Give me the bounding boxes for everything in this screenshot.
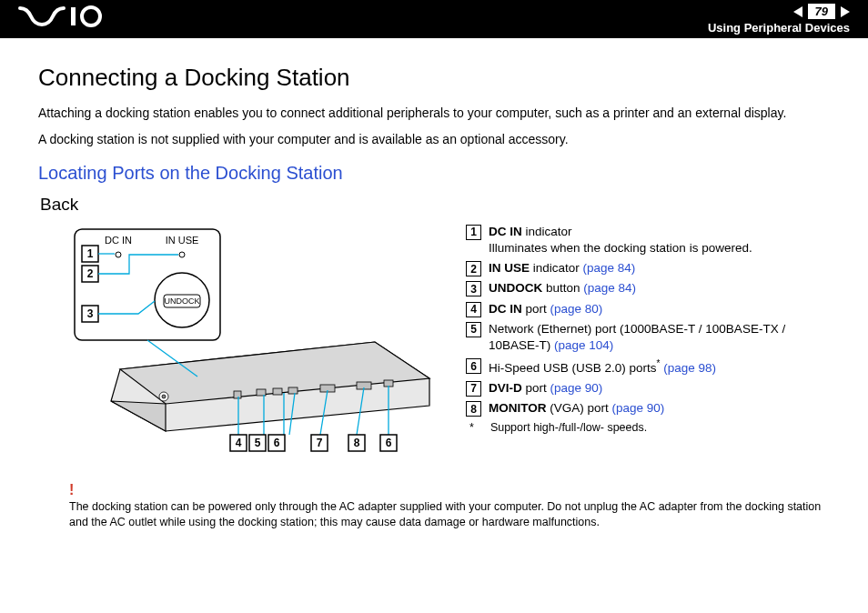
page-content: Connecting a Docking Station Attaching a…: [0, 38, 868, 539]
page-nav: 79: [793, 4, 850, 19]
svg-rect-25: [384, 380, 393, 387]
prev-page-arrow[interactable]: [793, 6, 802, 17]
svg-rect-20: [257, 389, 266, 396]
svg-rect-22: [288, 387, 298, 394]
page-link[interactable]: (page 104): [554, 338, 613, 352]
legend-item-4: 4 DC IN port (page 80): [466, 301, 832, 317]
svg-marker-16: [111, 401, 166, 431]
page-title: Connecting a Docking Station: [38, 64, 832, 92]
svg-point-1: [82, 7, 100, 25]
legend-item-8: 8 MONITOR (VGA) port (page 90): [466, 400, 832, 417]
svg-text:7: 7: [317, 437, 323, 449]
intro-paragraph-1: Attaching a docking station enables you …: [38, 105, 832, 122]
page-number: 79: [808, 4, 835, 19]
svg-text:6: 6: [274, 437, 280, 449]
page-link[interactable]: (page 80): [550, 302, 603, 316]
legend-item-1: 1 DC IN indicator Illuminates when the d…: [466, 224, 832, 256]
svg-rect-21: [273, 388, 282, 395]
page-link[interactable]: (page 84): [583, 281, 636, 295]
svg-rect-0: [71, 7, 76, 25]
svg-text:2: 2: [87, 267, 94, 280]
view-label: Back: [40, 195, 832, 215]
dc-in-label: DC IN: [105, 235, 132, 246]
svg-point-18: [162, 395, 166, 398]
legend-item-2: 2 IN USE indicator (page 84): [466, 260, 832, 276]
legend-item-6: 6 Hi-Speed USB (USB 2.0) ports* (page 98…: [466, 357, 832, 377]
vaio-logo: [18, 5, 118, 35]
svg-text:6: 6: [386, 437, 392, 449]
warning-icon: !: [69, 480, 832, 500]
svg-text:5: 5: [255, 437, 261, 449]
section-title: Using Peripheral Devices: [708, 21, 850, 35]
intro-paragraph-2: A docking station is not supplied with y…: [38, 131, 832, 148]
svg-text:1: 1: [87, 247, 94, 260]
docking-station-diagram: DC IN IN USE UNDOCK 1 2 3: [38, 224, 439, 460]
footnote: * Support high-/full-/low- speeds.: [469, 420, 832, 436]
svg-text:8: 8: [354, 437, 360, 449]
svg-text:4: 4: [236, 437, 242, 449]
svg-rect-19: [234, 391, 241, 398]
legend-item-3: 3 UNDOCK button (page 84): [466, 280, 832, 296]
next-page-arrow[interactable]: [841, 6, 850, 17]
warning-note: ! The docking station can be powered onl…: [69, 480, 832, 530]
port-legend: 1 DC IN indicator Illuminates when the d…: [466, 224, 832, 437]
page-link[interactable]: (page 84): [583, 261, 636, 275]
legend-item-7: 7 DVI-D port (page 90): [466, 380, 832, 397]
undock-label: UNDOCK: [164, 296, 199, 306]
page-link[interactable]: (page 98): [663, 361, 716, 375]
page-link[interactable]: (page 90): [550, 381, 603, 395]
in-use-label: IN USE: [166, 235, 199, 246]
page-header: 79 Using Peripheral Devices: [0, 0, 868, 38]
subtitle: Locating Ports on the Docking Station: [38, 163, 832, 184]
page-link[interactable]: (page 90): [612, 401, 665, 415]
svg-text:3: 3: [87, 307, 94, 320]
legend-item-5: 5 Network (Ethernet) port (1000BASE-T / …: [466, 321, 832, 354]
